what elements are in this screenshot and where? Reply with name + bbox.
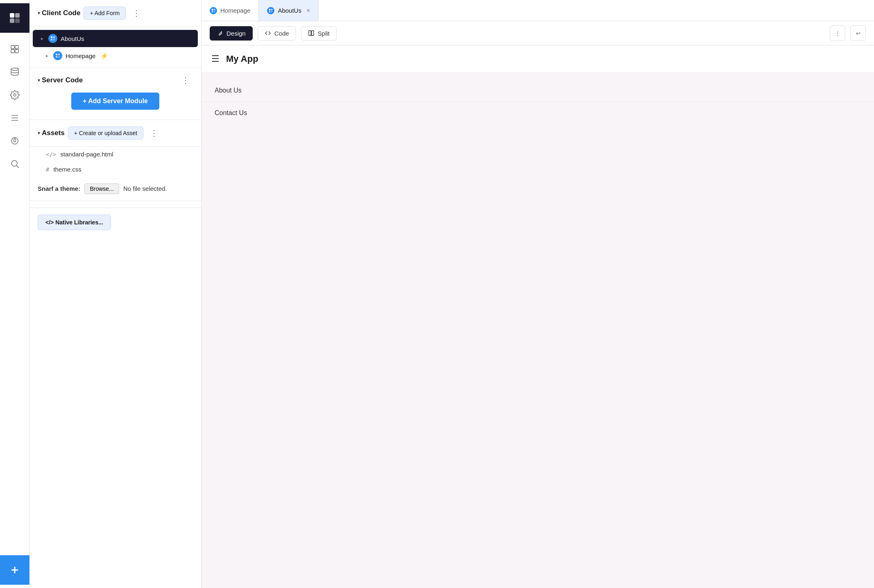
create-upload-asset-button[interactable]: + Create or upload Asset bbox=[68, 127, 144, 140]
preview-panel: Homepage AboutUs × Design bbox=[202, 0, 874, 588]
more-options-button[interactable]: ⋮ bbox=[830, 25, 845, 41]
svg-rect-26 bbox=[212, 9, 213, 10]
svg-rect-6 bbox=[11, 50, 14, 53]
svg-rect-34 bbox=[309, 31, 311, 36]
sidebar-list-icon[interactable] bbox=[0, 106, 29, 129]
server-code-chevron: ▾ bbox=[38, 77, 40, 83]
server-code-section: ▾ Server Code ⋮ + Add Server Module bbox=[29, 68, 201, 120]
svg-rect-4 bbox=[11, 45, 14, 49]
nav-item-about-us-label: About Us bbox=[215, 87, 242, 94]
client-code-header: ▾ Client Code + Add Form ⋮ bbox=[29, 0, 201, 27]
aboutus-tab-label: AboutUs bbox=[278, 7, 301, 14]
sidebar-search-icon[interactable] bbox=[0, 152, 29, 175]
design-button[interactable]: Design bbox=[210, 26, 253, 41]
css-file-label: theme.css bbox=[53, 166, 81, 173]
no-file-label: No file selected. bbox=[123, 185, 167, 192]
sidebar-settings-icon[interactable] bbox=[0, 84, 29, 106]
toolbar: Design Code Split ⋮ ↩ bbox=[202, 21, 874, 45]
html-file-label: standard-page.html bbox=[60, 151, 113, 158]
homepage-lightning-icon: ⚡ bbox=[100, 52, 109, 60]
app-header: ☰ My App bbox=[202, 45, 874, 73]
server-code-title: Server Code bbox=[42, 76, 83, 84]
css-file-icon: # bbox=[46, 166, 49, 173]
asset-item-css[interactable]: # theme.css bbox=[29, 162, 201, 177]
code-button[interactable]: Code bbox=[258, 26, 296, 41]
sidebar-bottom bbox=[0, 555, 29, 585]
sidebar-database-icon[interactable] bbox=[0, 61, 29, 84]
svg-rect-20 bbox=[51, 39, 52, 41]
nav-item-contact-us[interactable]: Contact Us bbox=[202, 102, 874, 124]
asset-item-html[interactable]: </> standard-page.html bbox=[29, 147, 201, 162]
svg-rect-30 bbox=[269, 9, 270, 10]
client-code-title: Client Code bbox=[42, 9, 80, 17]
code-label: Code bbox=[274, 30, 289, 37]
tab-aboutus[interactable]: AboutUs × bbox=[259, 0, 319, 21]
svg-rect-2 bbox=[10, 18, 14, 23]
aboutus-label: AboutUs bbox=[61, 35, 84, 42]
client-code-toggle[interactable]: ▾ Client Code bbox=[38, 9, 80, 17]
add-form-button[interactable]: + Add Form bbox=[84, 7, 126, 20]
split-button[interactable]: Split bbox=[301, 26, 337, 41]
app-title: My App bbox=[226, 54, 258, 64]
nav-item-contact-us-label: Contact Us bbox=[215, 109, 247, 116]
aboutus-tab-icon bbox=[267, 7, 274, 14]
svg-rect-33 bbox=[271, 11, 272, 12]
aboutus-icon bbox=[48, 34, 57, 43]
aboutus-chevron: ▸ bbox=[41, 36, 43, 41]
svg-rect-32 bbox=[269, 11, 270, 12]
browse-button[interactable]: Browse... bbox=[84, 183, 119, 194]
svg-rect-19 bbox=[53, 36, 55, 38]
svg-rect-31 bbox=[271, 9, 272, 10]
assets-chevron: ▾ bbox=[38, 130, 40, 136]
svg-rect-22 bbox=[56, 54, 57, 55]
undo-button[interactable]: ↩ bbox=[850, 25, 866, 41]
svg-rect-24 bbox=[56, 56, 57, 58]
native-libraries-section: </> Native Libraries... bbox=[29, 208, 201, 237]
server-code-more-button[interactable]: ⋮ bbox=[178, 75, 193, 86]
svg-point-9 bbox=[14, 94, 16, 96]
assets-title: Assets bbox=[42, 129, 65, 137]
svg-rect-21 bbox=[53, 39, 55, 41]
client-code-chevron: ▾ bbox=[38, 10, 40, 16]
server-code-toggle[interactable]: ▾ Server Code bbox=[38, 76, 83, 84]
native-libraries-button[interactable]: </> Native Libraries... bbox=[38, 215, 111, 230]
tab-homepage[interactable]: Homepage bbox=[202, 0, 259, 21]
homepage-label: Homepage bbox=[66, 52, 95, 59]
svg-rect-1 bbox=[15, 13, 20, 18]
nav-item-about-us[interactable]: About Us bbox=[202, 79, 874, 102]
assets-more-button[interactable]: ⋮ bbox=[147, 127, 161, 139]
svg-line-15 bbox=[16, 166, 19, 168]
add-global-button[interactable] bbox=[0, 555, 29, 585]
client-code-more-button[interactable]: ⋮ bbox=[129, 7, 144, 19]
tab-bar: Homepage AboutUs × bbox=[202, 0, 874, 21]
svg-rect-0 bbox=[10, 13, 14, 18]
svg-point-13 bbox=[11, 138, 18, 144]
snarf-section: Snarf a theme: Browse... No file selecte… bbox=[29, 177, 201, 201]
svg-rect-5 bbox=[15, 45, 18, 49]
homepage-tab-icon bbox=[210, 7, 217, 14]
assets-header: ▾ Assets + Create or upload Asset ⋮ bbox=[29, 120, 201, 147]
icon-sidebar bbox=[0, 0, 29, 588]
app-logo[interactable] bbox=[0, 3, 29, 33]
homepage-tab-label: Homepage bbox=[220, 7, 250, 14]
svg-rect-18 bbox=[51, 36, 52, 38]
preview-content: ☰ My App About Us Contact Us bbox=[202, 45, 874, 588]
svg-rect-3 bbox=[15, 18, 20, 23]
svg-rect-28 bbox=[212, 11, 213, 12]
hamburger-icon[interactable]: ☰ bbox=[211, 54, 220, 64]
aboutus-tab-close-button[interactable]: × bbox=[306, 7, 310, 14]
preview-nav: About Us Contact Us bbox=[202, 73, 874, 588]
tree-item-aboutus[interactable]: ▸ AboutUs bbox=[33, 30, 198, 47]
sidebar-pages-icon[interactable] bbox=[0, 38, 29, 61]
design-label: Design bbox=[226, 30, 246, 37]
svg-point-8 bbox=[11, 68, 18, 70]
server-code-header: ▾ Server Code ⋮ bbox=[38, 75, 193, 86]
add-server-module-button[interactable]: + Add Server Module bbox=[71, 93, 159, 110]
sidebar-theme-icon[interactable] bbox=[0, 129, 29, 152]
tree-item-homepage[interactable]: ▸ Homepage ⚡ bbox=[29, 47, 201, 64]
client-code-tree: ▸ AboutUs ▸ Homepag bbox=[29, 27, 201, 68]
html-file-icon: </> bbox=[46, 151, 56, 158]
svg-rect-25 bbox=[58, 56, 60, 58]
svg-rect-35 bbox=[311, 31, 313, 36]
assets-toggle[interactable]: ▾ Assets bbox=[38, 129, 65, 137]
